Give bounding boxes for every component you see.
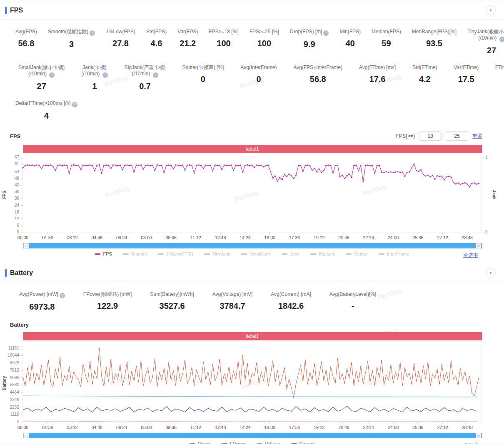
help-icon[interactable]: ? — [60, 293, 65, 298]
fps-section: FPS ▼ Avg(FPS)56.8Smooth(稳帧指数)?31%Low(FP… — [0, 0, 504, 259]
help-icon[interactable]: ? — [102, 72, 108, 78]
svg-text:09:36: 09:36 — [165, 425, 176, 430]
fps-chart-svg[interactable]: 676154484236302418126000:0001:3603:1204:… — [0, 153, 504, 243]
metric-label: Avg(InterFrame) — [240, 64, 277, 71]
fps-chart-scrollbar[interactable]: ||| ||| — [23, 243, 482, 248]
svg-text:03:12: 03:12 — [67, 235, 77, 240]
metric-avg-voltage-mv-: Avg(Voltage) [mV]3784.7 — [203, 291, 262, 311]
help-icon[interactable]: ? — [72, 102, 77, 107]
svg-text:54: 54 — [15, 169, 20, 174]
metric-value: - — [329, 301, 377, 311]
legend-swatch — [241, 253, 247, 255]
metric-value: 4.2 — [412, 74, 437, 84]
battery-section-title: Battery — [10, 269, 33, 277]
battery-chart-title: Battery — [10, 322, 29, 328]
svg-text:14:24: 14:24 — [240, 235, 250, 240]
metric-1%low-fps-: 1%Low(FPS)27.8 — [100, 29, 141, 48]
legend-item-smalljank[interactable]: SmallJank — [241, 251, 271, 256]
help-icon[interactable]: ? — [323, 30, 329, 36]
metric-value: 27 — [467, 46, 504, 55]
svg-text:06:24: 06:24 — [116, 235, 127, 240]
svg-text:67: 67 — [15, 155, 20, 159]
svg-text:3348: 3348 — [10, 397, 20, 402]
scrollbar-left-handle[interactable]: ||| — [23, 243, 29, 248]
metric-var-ftime-: Var(FTime)17.5 — [446, 64, 487, 84]
legend-item-tinyjank[interactable]: TinyJank — [204, 251, 231, 256]
metric-value: 93.5 — [412, 39, 457, 48]
metric-tinyjank-: TinyJank(极微小卡顿)(/10min) ?27 — [462, 29, 504, 55]
fps-threshold-input-2[interactable] — [446, 131, 468, 141]
metric-smalljank-: SmallJank(微小卡顿)(/10min) ?27 — [10, 64, 73, 91]
metric-label: 1%Low(FPS) — [106, 29, 135, 35]
legend-label: TinyJank — [212, 251, 231, 256]
battery-collapse-button[interactable]: ▼ — [486, 268, 496, 278]
svg-text:42: 42 — [15, 183, 20, 187]
metric-value: 100 — [209, 39, 238, 48]
svg-text:28:48: 28:48 — [462, 425, 473, 430]
svg-text:16:00: 16:00 — [264, 235, 275, 240]
fps-reset-link[interactable]: 重置 — [472, 133, 482, 140]
metric-value: 56.8 — [15, 39, 37, 48]
fps-metrics: Avg(FPS)56.8Smooth(稳帧指数)?31%Low(FPS)27.8… — [0, 29, 504, 121]
metric-value: 122.9 — [83, 301, 132, 311]
svg-text:30: 30 — [15, 196, 20, 201]
battery-chart-scrollbar[interactable]: ||| ||| — [23, 433, 482, 438]
help-icon[interactable]: ? — [153, 72, 158, 78]
legend-item-jank[interactable]: Jank — [282, 251, 299, 256]
fps-collapse-button[interactable]: ▼ — [486, 5, 496, 15]
legend-swatch — [95, 253, 100, 255]
help-icon[interactable]: ? — [90, 30, 95, 36]
legend-item-bigjank[interactable]: BigJank — [310, 251, 335, 256]
scrollbar-right-handle[interactable]: ||| — [476, 243, 482, 248]
scrollbar-left-handle[interactable]: ||| — [23, 433, 29, 438]
svg-text:25:36: 25:36 — [412, 235, 423, 240]
metric-label: FPS>=25 [%] — [250, 29, 279, 35]
metric-label: Avg(FPS) — [15, 29, 37, 35]
legend-item-interframe[interactable]: InterFrame — [379, 251, 409, 256]
fps-threshold-input-1[interactable] — [419, 131, 442, 141]
help-icon[interactable]: ? — [499, 37, 504, 42]
legend-item-fps[interactable]: FPS — [95, 251, 112, 256]
metric-value: 17.6 — [359, 74, 396, 84]
legend-label: InterFrame — [387, 251, 409, 256]
metric-label: SmallJank(微小卡顿) — [18, 64, 65, 71]
help-icon[interactable]: ? — [49, 72, 55, 78]
metric-label: Smooth(稳帧指数)? — [48, 29, 95, 36]
metric-label: Drop(FPS) [/h]? — [290, 29, 329, 36]
battery-chart-svg[interactable]: 1116110044892878126696558044643348223211… — [0, 340, 504, 433]
svg-text:0: 0 — [485, 230, 488, 234]
svg-text:14:24: 14:24 — [240, 425, 250, 430]
legend-label: Stutter — [354, 251, 367, 256]
metric-label: Sum(Battery)[mWh] — [150, 291, 194, 298]
metric-label: Jank(卡顿) — [81, 64, 107, 71]
metric-label-line2: (/10min) ? — [467, 35, 504, 42]
metric-std-ftime-: Std(FTime)4.2 — [404, 64, 446, 84]
svg-text:24:00: 24:00 — [388, 235, 399, 240]
metric-label: Stutter(卡顿率) [%] — [182, 64, 224, 71]
svg-text:01:36: 01:36 — [42, 425, 53, 430]
fps-chart-title: FPS — [10, 133, 20, 139]
svg-text:0: 0 — [17, 230, 19, 234]
metric-stutter-%-: Stutter(卡顿率) [%]0 — [174, 64, 232, 84]
svg-text:17:36: 17:36 — [289, 425, 300, 430]
svg-text:7812: 7812 — [10, 368, 20, 372]
svg-text:4464: 4464 — [10, 390, 20, 394]
legend-item-stutter[interactable]: Stutter — [346, 251, 367, 256]
metric-label: Std(FPS) — [146, 29, 167, 35]
metric-label: Var(FTime) — [454, 64, 479, 71]
svg-text:03:12: 03:12 — [67, 425, 77, 430]
fps-select-all-link[interactable]: 全选中 — [463, 252, 478, 259]
metric-value: 0 — [495, 74, 504, 84]
metric-value: 17.5 — [454, 74, 479, 84]
metric-label: Avg(FPS+InterFrame) — [294, 64, 342, 71]
legend-item-1%low-fps-[interactable]: 1%Low(FPS) — [158, 251, 193, 256]
legend-item-smooth[interactable]: Smooth — [123, 251, 147, 256]
metric-value: 1 — [81, 82, 107, 91]
metric-label-line2: (/10min) ? — [125, 71, 166, 78]
fps-filter-label: FPS(>=) — [396, 133, 415, 139]
metric-sum-battery-mwh-: Sum(Battery)[mWh]3527.6 — [141, 291, 203, 311]
legend-swatch — [379, 253, 384, 255]
svg-text:11161: 11161 — [8, 346, 20, 350]
scrollbar-right-handle[interactable]: ||| — [476, 433, 482, 438]
svg-text:04:48: 04:48 — [92, 425, 102, 430]
